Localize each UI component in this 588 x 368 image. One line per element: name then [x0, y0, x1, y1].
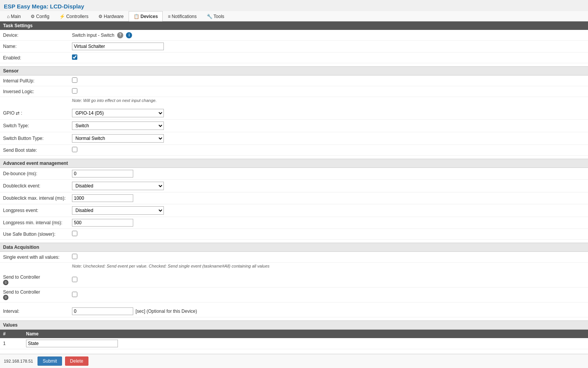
- data-acquisition-section: Data Acquisition: [0, 243, 588, 252]
- doubleclick-max-row: Doubleclick max. interval (ms):: [0, 192, 588, 204]
- doubleclick-max-label: Doubleclick max. interval (ms):: [3, 196, 72, 201]
- longpress-event-row: Longpress event: Disabled: [0, 204, 588, 217]
- values-col-num: #: [0, 330, 23, 338]
- nav-config[interactable]: ⚙ Config: [26, 11, 54, 21]
- send-controller-2-checkbox[interactable]: [72, 292, 77, 297]
- single-event-checkbox[interactable]: [72, 254, 77, 259]
- submit-button[interactable]: Submit: [38, 356, 62, 366]
- nav-controllers[interactable]: ⚡ Controllers: [54, 11, 93, 21]
- debounce-row: De-bounce (ms):: [0, 168, 588, 180]
- sensor-section: Sensor: [0, 66, 588, 76]
- send-boot-state-label: Send Boot state:: [3, 148, 72, 153]
- single-event-label: Single event with all values:: [3, 255, 72, 260]
- controller-2-icon: ②: [3, 295, 8, 300]
- gpio-label: GPIO ⇄ :: [3, 110, 72, 116]
- section-header-task: Task Settings: [0, 21, 588, 30]
- safe-button-label: Use Safe Button (slower):: [3, 232, 72, 237]
- help-question-icon[interactable]: ?: [117, 32, 123, 38]
- footer-bar: 192.168.178.51 Submit Delete: [0, 354, 588, 368]
- safe-button-row: Use Safe Button (slower):: [0, 229, 588, 240]
- advanced-section: Advanced event management: [0, 159, 588, 168]
- gpio-select[interactable]: GPIO-14 (D5): [72, 109, 164, 117]
- switch-type-select[interactable]: Switch: [72, 122, 164, 130]
- longpress-min-row: Longpress min. interval (ms):: [0, 217, 588, 229]
- nav-tools[interactable]: 🔧 Tools: [202, 11, 229, 21]
- interval-input[interactable]: [72, 307, 133, 315]
- doubleclick-event-row: Doubleclick event: Disabled: [0, 180, 588, 192]
- nav-notifications[interactable]: ≡ Notifications: [163, 11, 201, 21]
- interval-suffix: [sec] (Optional for this Device): [136, 309, 197, 314]
- table-row: 1: [0, 338, 588, 349]
- longpress-min-label: Longpress min. interval (ms):: [3, 220, 72, 225]
- inversed-logic-note: Note: Will go into effect on next input …: [0, 97, 588, 104]
- inversed-logic-label: Inversed Logic:: [3, 89, 72, 94]
- values-col-name: Name: [23, 330, 588, 338]
- name-row: Name:: [0, 41, 588, 53]
- doubleclick-event-select[interactable]: Disabled: [72, 182, 164, 190]
- controller-1-icon: ①: [3, 280, 8, 285]
- send-controller-1-row: Send to Controller ①: [0, 273, 588, 288]
- name-value: [72, 43, 585, 50]
- nav-hardware[interactable]: ⚙ Hardware: [93, 11, 129, 21]
- switch-button-type-row: Switch Button Type: Normal Switch: [0, 132, 588, 145]
- longpress-event-select[interactable]: Disabled: [72, 206, 164, 215]
- send-controller-1-label: Send to Controller ①: [3, 274, 72, 285]
- longpress-min-input[interactable]: [72, 219, 133, 227]
- row-name-input[interactable]: [26, 340, 118, 347]
- longpress-event-label: Longpress event:: [3, 208, 72, 213]
- send-boot-state-checkbox[interactable]: [72, 147, 77, 152]
- ip-display: 192.168.178.51: [4, 359, 33, 363]
- gpio-row: GPIO ⇄ : GPIO-14 (D5): [0, 107, 588, 120]
- send-boot-state-row: Send Boot state:: [0, 145, 588, 156]
- row-name: [23, 338, 588, 349]
- internal-pullup-label: Internal PullUp:: [3, 78, 72, 84]
- row-num: 1: [0, 338, 23, 349]
- device-value: Switch input - Switch ? i: [72, 32, 585, 38]
- single-event-row: Single event with all values:: [0, 252, 588, 263]
- values-section: Values: [0, 320, 588, 330]
- switch-button-type-label: Switch Button Type:: [3, 136, 72, 141]
- device-text: Switch input - Switch: [72, 32, 114, 38]
- help-info-icon[interactable]: i: [126, 32, 132, 38]
- switch-type-label: Switch Type:: [3, 123, 72, 128]
- interval-row: Interval: [sec] (Optional for this Devic…: [0, 306, 588, 317]
- internal-pullup-row: Internal PullUp:: [0, 76, 588, 86]
- inversed-logic-checkbox[interactable]: [72, 88, 77, 94]
- enabled-label: Enabled:: [3, 55, 72, 61]
- switch-type-row: Switch Type: Switch: [0, 120, 588, 132]
- doubleclick-event-label: Doubleclick event:: [3, 183, 72, 189]
- delete-button[interactable]: Delete: [65, 356, 88, 366]
- interval-label: Interval:: [3, 309, 72, 314]
- single-event-note: Note: Unchecked: Send event per value. C…: [0, 263, 588, 269]
- enabled-row: Enabled:: [0, 53, 588, 63]
- name-input[interactable]: [72, 43, 164, 50]
- switch-button-type-select[interactable]: Normal Switch: [72, 134, 164, 143]
- doubleclick-max-input[interactable]: [72, 194, 133, 202]
- send-controller-2-label: Send to Controller ②: [3, 289, 72, 300]
- safe-button-checkbox[interactable]: [72, 231, 77, 236]
- send-controller-1-checkbox[interactable]: [72, 277, 77, 282]
- page-title: ESP Easy Mega: LCD-Display: [0, 0, 588, 11]
- device-label: Device:: [3, 33, 72, 38]
- debounce-input[interactable]: [72, 170, 133, 177]
- send-controller-2-row: Send to Controller ②: [0, 288, 588, 302]
- debounce-label: De-bounce (ms):: [3, 171, 72, 176]
- name-label: Name:: [3, 44, 72, 49]
- device-row: Device: Switch input - Switch ? i: [0, 30, 588, 41]
- enabled-checkbox[interactable]: [72, 54, 77, 60]
- nav-bar: ⌂ Main ⚙ Config ⚡ Controllers ⚙ Hardware…: [0, 11, 588, 21]
- enabled-value: [72, 54, 585, 61]
- nav-devices[interactable]: 📋 Devices: [129, 11, 163, 21]
- nav-main[interactable]: ⌂ Main: [2, 11, 26, 21]
- internal-pullup-checkbox[interactable]: [72, 77, 77, 83]
- values-table: # Name 1: [0, 330, 588, 349]
- inversed-logic-row: Inversed Logic:: [0, 86, 588, 97]
